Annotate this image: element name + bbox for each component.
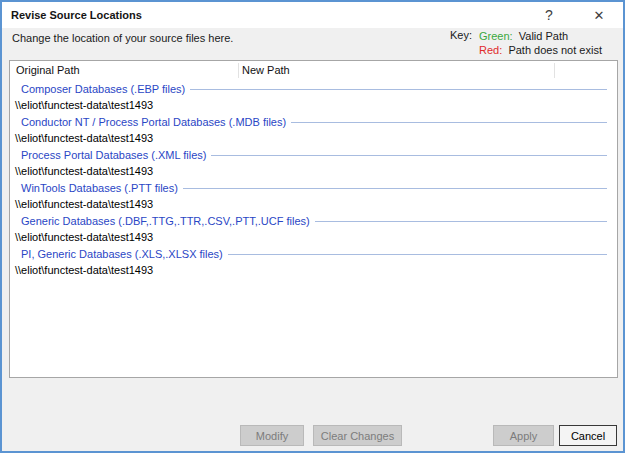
key-entry-valid: Green: Valid Path bbox=[479, 29, 602, 43]
path-row[interactable]: \\eliot\functest-data\test1493 bbox=[10, 165, 617, 177]
source-group-generic: Generic Databases (.DBF,.TTG,.TTR,.CSV,.… bbox=[10, 215, 617, 248]
category-label: Process Portal Databases (.XML files) bbox=[21, 149, 206, 161]
clear-changes-button[interactable]: Clear Changes bbox=[313, 425, 402, 446]
category-row: PI, Generic Databases (.XLS,.XLSX files) bbox=[10, 248, 617, 260]
dialog-client-area: Change the location of your source files… bbox=[2, 28, 623, 451]
source-group-conductor-nt: Conductor NT / Process Portal Databases … bbox=[10, 116, 617, 149]
category-row: Process Portal Databases (.XML files) bbox=[10, 149, 617, 161]
key-green-label: Green: bbox=[479, 30, 513, 42]
key-label: Key: bbox=[450, 29, 472, 57]
column-divider[interactable] bbox=[554, 63, 555, 78]
list-body: Composer Databases (.EBP files) \\eliot\… bbox=[10, 83, 617, 281]
list-header: Original Path New Path bbox=[10, 61, 617, 81]
category-rule bbox=[315, 221, 607, 222]
category-rule bbox=[228, 254, 607, 255]
category-rule bbox=[183, 188, 607, 189]
revise-source-locations-dialog: Revise Source Locations ? ✕ Change the l… bbox=[0, 0, 625, 453]
close-button[interactable]: ✕ bbox=[583, 2, 615, 28]
category-rule bbox=[211, 155, 607, 156]
category-row: Composer Databases (.EBP files) bbox=[10, 83, 617, 95]
help-button[interactable]: ? bbox=[533, 2, 565, 28]
path-row[interactable]: \\eliot\functest-data\test1493 bbox=[10, 264, 617, 276]
key-entries: Green: Valid Path Red: Path does not exi… bbox=[479, 29, 602, 57]
column-header-original-path[interactable]: Original Path bbox=[16, 64, 80, 76]
source-group-process-portal: Process Portal Databases (.XML files) \\… bbox=[10, 149, 617, 182]
category-rule bbox=[291, 122, 607, 123]
modify-button[interactable]: Modify bbox=[240, 425, 304, 446]
source-locations-list[interactable]: Original Path New Path Composer Database… bbox=[9, 60, 618, 378]
cancel-button[interactable]: Cancel bbox=[559, 425, 617, 446]
category-label: PI, Generic Databases (.XLS,.XLSX files) bbox=[21, 248, 223, 260]
category-row: Generic Databases (.DBF,.TTG,.TTR,.CSV,.… bbox=[10, 215, 617, 227]
key-green-text: Valid Path bbox=[519, 30, 568, 42]
window-title: Revise Source Locations bbox=[2, 9, 142, 21]
key-red-text: Path does not exist bbox=[508, 44, 602, 56]
column-header-new-path[interactable]: New Path bbox=[242, 64, 290, 76]
source-group-wintools: WinTools Databases (.PTT files) \\eliot\… bbox=[10, 182, 617, 215]
close-icon: ✕ bbox=[594, 8, 605, 23]
key-entry-invalid: Red: Path does not exist bbox=[479, 43, 602, 57]
column-divider[interactable] bbox=[238, 63, 239, 78]
category-label: WinTools Databases (.PTT files) bbox=[21, 182, 178, 194]
title-bar: Revise Source Locations ? ✕ bbox=[2, 2, 623, 28]
source-group-pi-generic: PI, Generic Databases (.XLS,.XLSX files)… bbox=[10, 248, 617, 281]
help-icon: ? bbox=[545, 7, 553, 23]
category-label: Conductor NT / Process Portal Databases … bbox=[21, 116, 286, 128]
path-row[interactable]: \\eliot\functest-data\test1493 bbox=[10, 99, 617, 111]
category-rule bbox=[190, 89, 607, 90]
apply-button[interactable]: Apply bbox=[493, 425, 554, 446]
key-red-label: Red: bbox=[479, 44, 502, 56]
category-row: Conductor NT / Process Portal Databases … bbox=[10, 116, 617, 128]
category-label: Generic Databases (.DBF,.TTG,.TTR,.CSV,.… bbox=[21, 215, 310, 227]
path-row[interactable]: \\eliot\functest-data\test1493 bbox=[10, 198, 617, 210]
key-legend: Key: Green: Valid Path Red: Path does no… bbox=[450, 29, 602, 57]
instruction-text: Change the location of your source files… bbox=[12, 32, 233, 44]
source-group-composer: Composer Databases (.EBP files) \\eliot\… bbox=[10, 83, 617, 116]
category-label: Composer Databases (.EBP files) bbox=[21, 83, 185, 95]
path-row[interactable]: \\eliot\functest-data\test1493 bbox=[10, 132, 617, 144]
path-row[interactable]: \\eliot\functest-data\test1493 bbox=[10, 231, 617, 243]
category-row: WinTools Databases (.PTT files) bbox=[10, 182, 617, 194]
